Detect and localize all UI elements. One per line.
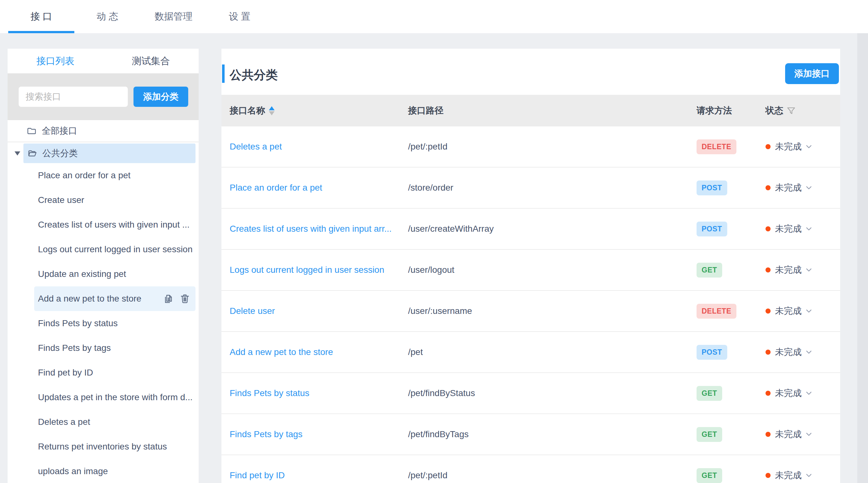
method-cell: DELETE xyxy=(696,304,766,319)
interface-name-link[interactable]: Creates list of users with given input a… xyxy=(230,224,408,234)
tree-interface-item[interactable]: Returns pet inventories by status xyxy=(8,434,195,459)
status-dropdown[interactable]: 未完成 xyxy=(766,141,832,153)
interface-name-link[interactable]: Delete user xyxy=(230,306,408,316)
method-cell: POST xyxy=(696,222,766,236)
top-nav-tab-label: 数据管理 xyxy=(155,10,193,23)
sidebar: 接口列表 测试集合 添加分类 全部接口 xyxy=(8,49,199,483)
status-dot-icon xyxy=(766,350,771,355)
interface-path: /pet/findByStatus xyxy=(408,388,696,398)
column-header-method: 请求方法 xyxy=(696,105,766,117)
status-dropdown[interactable]: 未完成 xyxy=(766,264,832,276)
column-header-path: 接口路径 xyxy=(408,105,696,117)
interface-name-link[interactable]: Finds Pets by status xyxy=(230,388,408,398)
tree-interface-item-label: Updates a pet in the store with form d..… xyxy=(38,392,193,402)
tree-interface-item[interactable]: Creates list of users with given input .… xyxy=(8,213,195,237)
page-scrollbar[interactable] xyxy=(857,33,868,483)
tree-interface-item[interactable]: Finds Pets by tags xyxy=(8,336,195,360)
interface-path: /pet/findByTags xyxy=(408,429,696,439)
tree-interface-item[interactable]: Place an order for a pet xyxy=(8,163,195,188)
tree-interface-item[interactable]: Updates a pet in the store with form d..… xyxy=(8,385,195,410)
method-cell: GET xyxy=(696,427,766,442)
tree-node-public-category[interactable]: 公共分类 xyxy=(23,143,195,163)
column-header-status: 状态 xyxy=(766,105,832,117)
tree-interface-item[interactable]: Finds Pets by status xyxy=(8,311,195,336)
tree-interface-item[interactable]: Find pet by ID xyxy=(8,360,195,385)
chevron-down-icon xyxy=(806,268,812,272)
interface-path: /pet/:petId xyxy=(408,470,696,480)
status-dropdown[interactable]: 未完成 xyxy=(766,182,832,194)
tree-interface-item[interactable]: Add a new pet to the store xyxy=(34,286,195,311)
sidebar-tab-label: 接口列表 xyxy=(36,55,74,68)
delete-interface-icon[interactable] xyxy=(181,294,189,303)
tree-interface-item-label: Finds Pets by status xyxy=(38,318,118,328)
tree-interface-item-label: Find pet by ID xyxy=(38,367,93,378)
tree-interface-item-label: Deletes a pet xyxy=(38,417,90,427)
method-badge: POST xyxy=(696,181,727,195)
tree-interface-item-label: Create user xyxy=(38,195,84,205)
tree-interface-item[interactable]: Create user xyxy=(8,188,195,213)
top-nav-tab[interactable]: 数据管理 xyxy=(141,0,207,33)
status-dropdown[interactable]: 未完成 xyxy=(766,428,832,440)
filter-icon[interactable] xyxy=(787,107,795,115)
tree-node-all-interfaces[interactable]: 全部接口 xyxy=(8,120,199,142)
top-nav-tab[interactable]: 动 态 xyxy=(74,0,141,33)
method-cell: GET xyxy=(696,263,766,278)
top-nav-tab-label: 设 置 xyxy=(229,10,250,23)
method-badge: GET xyxy=(696,263,722,278)
top-nav-tab[interactable]: 设 置 xyxy=(207,0,273,33)
sidebar-search-bar: 添加分类 xyxy=(8,73,199,120)
tree-interface-item[interactable]: Update an existing pet xyxy=(8,262,195,286)
sidebar-tab[interactable]: 测试集合 xyxy=(103,49,199,73)
interface-path: /store/order xyxy=(408,183,696,193)
interface-name-link[interactable]: Place an order for a pet xyxy=(230,183,408,193)
interface-name-link[interactable]: Finds Pets by tags xyxy=(230,429,408,439)
status-dropdown[interactable]: 未完成 xyxy=(766,387,832,399)
top-nav-tab-label: 动 态 xyxy=(96,10,118,23)
method-badge: DELETE xyxy=(696,304,736,319)
tree-interface-item[interactable]: Deletes a pet xyxy=(8,410,195,434)
interface-path: /user/logout xyxy=(408,265,696,275)
sort-icon[interactable] xyxy=(269,106,275,116)
method-badge: GET xyxy=(696,386,722,401)
method-cell: POST xyxy=(696,345,766,360)
copy-interface-icon[interactable] xyxy=(164,294,173,303)
chevron-down-icon xyxy=(806,391,812,395)
sidebar-tab[interactable]: 接口列表 xyxy=(8,49,103,73)
table-row: Find pet by ID /pet/:petId GET 未完成 xyxy=(221,455,840,483)
search-input[interactable] xyxy=(19,87,128,107)
status-dropdown[interactable]: 未完成 xyxy=(766,470,832,481)
chevron-down-icon xyxy=(806,309,812,313)
add-category-button[interactable]: 添加分类 xyxy=(133,87,188,107)
sort-asc-icon[interactable] xyxy=(269,106,275,110)
method-cell: POST xyxy=(696,181,766,195)
method-badge: POST xyxy=(696,222,727,236)
status-dot-icon xyxy=(766,144,771,149)
caret-down-icon[interactable] xyxy=(14,152,20,156)
tree-interface-item-label: Creates list of users with given input .… xyxy=(38,220,189,230)
status-dropdown[interactable]: 未完成 xyxy=(766,223,832,235)
interface-path: /pet xyxy=(408,347,696,357)
top-nav-tab[interactable]: 接 口 xyxy=(8,0,74,33)
status-dot-icon xyxy=(766,473,771,478)
table-row: Finds Pets by status /pet/findByStatus G… xyxy=(221,373,840,414)
table-row: Deletes a pet /pet/:petId DELETE 未完成 xyxy=(221,126,840,167)
status-label: 未完成 xyxy=(775,346,802,358)
status-label: 未完成 xyxy=(775,305,802,317)
tree-interface-item[interactable]: Logs out current logged in user session xyxy=(8,237,195,262)
interface-name-link[interactable]: Logs out current logged in user session xyxy=(230,265,408,275)
sort-desc-icon[interactable] xyxy=(269,111,275,116)
add-interface-button[interactable]: 添加接口 xyxy=(785,63,839,84)
interface-name-link[interactable]: Deletes a pet xyxy=(230,141,408,152)
tree-interface-item[interactable]: uploads an image xyxy=(8,459,195,483)
column-header-name[interactable]: 接口名称 xyxy=(230,105,408,117)
chevron-down-icon xyxy=(806,432,812,436)
sidebar-tabs: 接口列表 测试集合 xyxy=(8,49,199,73)
interface-name-link[interactable]: Find pet by ID xyxy=(230,470,408,480)
status-label: 未完成 xyxy=(775,182,802,194)
status-dropdown[interactable]: 未完成 xyxy=(766,305,832,317)
status-dropdown[interactable]: 未完成 xyxy=(766,346,832,358)
tree-node-label: 全部接口 xyxy=(42,125,77,137)
top-nav: 接 口 动 态 数据管理 设 置 xyxy=(0,0,868,33)
interface-name-link[interactable]: Add a new pet to the store xyxy=(230,347,408,357)
tree-item-actions xyxy=(164,294,195,303)
